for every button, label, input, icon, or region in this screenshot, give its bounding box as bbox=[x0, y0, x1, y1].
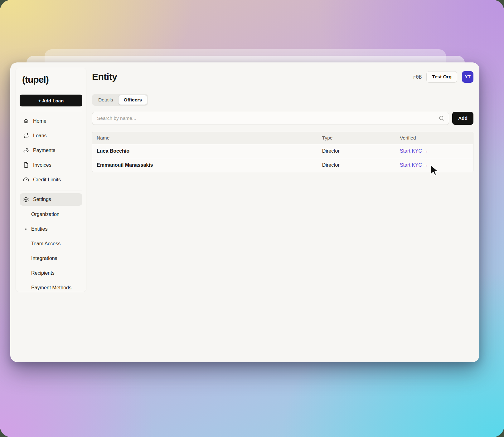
sidebar-item-label: Recipients bbox=[31, 270, 55, 276]
sidebar-item-credit-limits[interactable]: Credit Limits bbox=[16, 172, 86, 187]
sidebar-item-team-access[interactable]: Team Access bbox=[16, 236, 86, 251]
home-icon bbox=[23, 118, 29, 124]
sidebar-item-settings[interactable]: Settings bbox=[20, 193, 82, 206]
sidebar-item-entities[interactable]: Entities bbox=[16, 222, 86, 236]
sidebar-item-invoices[interactable]: Invoices bbox=[16, 158, 86, 172]
column-header-type: Type bbox=[318, 132, 395, 144]
sidebar-item-loans[interactable]: Loans bbox=[16, 128, 86, 143]
sidebar-item-payments[interactable]: Payments bbox=[16, 143, 86, 158]
divider bbox=[20, 90, 82, 90]
start-kyc-link[interactable]: Start KYC → bbox=[400, 162, 429, 168]
settings-subnav: Organization Entities Team Access Integr… bbox=[16, 206, 86, 292]
avatar[interactable]: YT bbox=[462, 71, 473, 83]
shortcut-hint: r0B bbox=[413, 74, 422, 80]
sidebar-item-label: Invoices bbox=[33, 162, 51, 168]
sidebar-item-label: Integrations bbox=[31, 256, 57, 261]
gear-icon bbox=[23, 197, 29, 203]
start-kyc-link[interactable]: Start KYC → bbox=[400, 148, 429, 154]
app-window: (tupel) + Add Loan Home Loans Payments I… bbox=[10, 62, 479, 362]
table-row[interactable]: Emmanouil Manassakis Director Start KYC … bbox=[92, 158, 473, 172]
sidebar-item-label: Organization bbox=[31, 212, 60, 217]
sidebar-item-integrations[interactable]: Integrations bbox=[16, 251, 86, 266]
sidebar-item-organization[interactable]: Organization bbox=[16, 207, 86, 222]
sidebar-item-label: Payment Methods bbox=[31, 285, 71, 291]
officer-type: Director bbox=[318, 158, 395, 172]
add-loan-button[interactable]: + Add Loan bbox=[20, 95, 82, 106]
officer-name: Emmanouil Manassakis bbox=[92, 158, 318, 172]
repeat-arrows-icon bbox=[23, 133, 29, 139]
sidebar-item-label: Team Access bbox=[31, 241, 61, 247]
search-input[interactable] bbox=[92, 112, 449, 125]
column-header-name: Name bbox=[92, 132, 318, 144]
sidebar-item-label: Payments bbox=[33, 148, 55, 153]
sidebar-item-label: Loans bbox=[33, 133, 47, 139]
officer-name: Luca Bocchio bbox=[92, 144, 318, 158]
brand-logo: (tupel) bbox=[16, 68, 86, 90]
org-switcher-button[interactable]: Test Org bbox=[426, 71, 457, 83]
sidebar: (tupel) + Add Loan Home Loans Payments I… bbox=[16, 68, 86, 292]
page-title: Entity bbox=[92, 71, 117, 82]
column-header-verified: Verified bbox=[395, 132, 473, 144]
sidebar-item-recipients[interactable]: Recipients bbox=[16, 266, 86, 280]
sidebar-item-label: Entities bbox=[31, 226, 47, 232]
hand-coin-icon bbox=[23, 147, 29, 153]
document-icon bbox=[23, 162, 29, 168]
tab-details[interactable]: Details bbox=[93, 95, 118, 105]
officer-type: Director bbox=[318, 144, 395, 158]
entity-tabs: Details Officers bbox=[92, 94, 148, 106]
add-officer-button[interactable]: Add bbox=[452, 112, 473, 125]
sidebar-item-label: Settings bbox=[33, 197, 51, 202]
sidebar-item-home[interactable]: Home bbox=[16, 114, 86, 128]
sidebar-item-payment-methods[interactable]: Payment Methods bbox=[16, 280, 86, 292]
officers-table: Name Type Verified Luca Bocchio Director… bbox=[92, 132, 473, 172]
search-icon bbox=[439, 115, 445, 121]
sidebar-item-label: Home bbox=[33, 118, 46, 124]
tab-officers[interactable]: Officers bbox=[118, 95, 147, 105]
sidebar-nav: Home Loans Payments Invoices Credit Limi… bbox=[16, 111, 86, 190]
gauge-icon bbox=[23, 177, 29, 183]
table-row[interactable]: Luca Bocchio Director Start KYC → bbox=[92, 144, 473, 158]
sidebar-item-label: Credit Limits bbox=[33, 177, 61, 183]
active-dot bbox=[25, 228, 27, 230]
table-header-row: Name Type Verified bbox=[92, 132, 473, 144]
